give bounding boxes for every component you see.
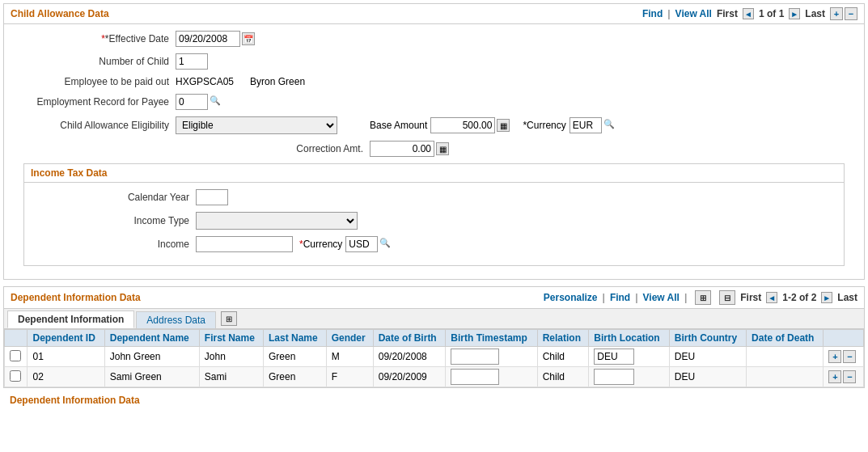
income-currency-label: *Currency — [299, 239, 342, 250]
page-info: 1 of 1 — [759, 8, 784, 19]
income-row: Income *Currency 🔍 — [34, 236, 834, 252]
income-label: Income — [34, 239, 196, 250]
dep-prev-arrow[interactable]: ◄ — [766, 292, 777, 303]
row-checkbox-cell — [5, 367, 28, 387]
base-amount-calc-icon[interactable]: ▦ — [497, 119, 510, 132]
base-amount-group: Base Amount ▦ *Currency 🔍 — [370, 117, 616, 133]
calendar-year-input[interactable] — [196, 189, 228, 205]
employment-lookup-icon[interactable]: 🔍 — [210, 95, 222, 108]
row-birth-location — [589, 347, 669, 367]
col-dob[interactable]: Date of Birth — [373, 330, 446, 347]
number-of-child-label: Number of Child — [14, 56, 176, 67]
income-type-row: Income Type — [34, 212, 834, 230]
next-arrow[interactable]: ► — [789, 8, 800, 19]
custom-columns-icon[interactable]: ⊞ — [221, 311, 237, 326]
base-amount-label: Base Amount — [370, 120, 427, 131]
view-all-link[interactable]: View All — [675, 8, 712, 19]
correction-amt-input[interactable] — [370, 141, 434, 157]
tab-address-data[interactable]: Address Data — [136, 311, 216, 328]
col-birth-timestamp[interactable]: Birth Timestamp — [446, 330, 537, 347]
base-amount-input[interactable] — [430, 117, 495, 133]
dep-next-arrow[interactable]: ► — [821, 292, 832, 303]
income-tax-form: Calendar Year Income Type Income — [24, 183, 844, 265]
currency-label: *Currency — [523, 120, 565, 131]
calendar-icon[interactable]: 📅 — [242, 32, 255, 45]
row-dep-id: 02 — [28, 367, 104, 387]
page-container: Child Allowance Data Find | View All Fir… — [0, 0, 868, 452]
dep-find-link[interactable]: Find — [610, 292, 630, 303]
col-birth-location[interactable]: Birth Location — [589, 330, 669, 347]
child-allowance-header: Child Allowance Data Find | View All Fir… — [4, 4, 864, 24]
number-of-child-row: Number of Child — [14, 53, 854, 70]
row-birth-timestamp — [446, 367, 537, 387]
income-type-select[interactable] — [196, 212, 358, 230]
find-link[interactable]: Find — [642, 8, 663, 19]
eligibility-row: Child Allowance Eligibility Eligible Not… — [14, 116, 854, 134]
number-of-child-input[interactable] — [176, 53, 208, 70]
row-add-button[interactable]: + — [828, 350, 841, 363]
col-gender[interactable]: Gender — [326, 330, 373, 347]
col-dep-id[interactable]: Dependent ID — [28, 330, 104, 347]
row-gender: F — [326, 367, 373, 387]
employee-name: Byron Green — [250, 76, 305, 87]
row-checkbox[interactable] — [10, 370, 21, 382]
add-row-button[interactable]: + — [830, 7, 843, 20]
tab-dependent-information[interactable]: Dependent Information — [7, 310, 134, 328]
child-allowance-section: Child Allowance Data Find | View All Fir… — [3, 3, 865, 280]
row-dob: 09/20/2008 — [373, 347, 446, 367]
correction-calc-icon[interactable]: ▦ — [436, 142, 449, 155]
row-last-name: Green — [263, 367, 326, 387]
tabs-bar: Dependent Information Address Data ⊞ — [4, 309, 864, 329]
row-checkbox[interactable] — [10, 350, 21, 361]
child-allowance-title: Child Allowance Data — [11, 8, 109, 19]
row-first-name: Sami — [199, 367, 263, 387]
currency-input[interactable] — [569, 117, 602, 133]
income-currency-lookup-icon[interactable]: 🔍 — [379, 238, 392, 251]
calendar-year-row: Calendar Year — [34, 189, 834, 205]
row-remove-button[interactable]: − — [843, 370, 856, 383]
dep-last-label: Last — [837, 292, 857, 303]
income-currency-input[interactable] — [345, 236, 378, 252]
dependent-info-title: Dependent Information Data — [11, 292, 141, 303]
eligibility-select[interactable]: Eligible Not Eligible — [176, 116, 337, 134]
row-relation: Child — [537, 347, 589, 367]
row-remove-button[interactable]: − — [843, 350, 856, 363]
row-actions-cell: + − — [824, 347, 864, 367]
prev-arrow[interactable]: ◄ — [743, 8, 754, 19]
col-date-of-death[interactable]: Date of Death — [747, 330, 824, 347]
personalize-link[interactable]: Personalize — [544, 292, 598, 303]
col-first-name[interactable]: First Name — [199, 330, 263, 347]
row-dep-name: Sami Green — [104, 367, 199, 387]
birth-location-input[interactable] — [594, 369, 634, 385]
row-gender: M — [326, 347, 373, 367]
col-dep-name[interactable]: Dependent Name — [104, 330, 199, 347]
row-checkbox-cell — [5, 347, 28, 367]
currency-lookup-icon[interactable]: 🔍 — [603, 119, 616, 132]
employment-record-label: Employment Record for Payee — [14, 96, 176, 108]
birth-timestamp-input[interactable] — [451, 349, 499, 365]
dependent-table-container: Dependent ID Dependent Name First Name L… — [4, 329, 864, 387]
dependent-table: Dependent ID Dependent Name First Name L… — [4, 329, 864, 387]
birth-location-input[interactable] — [594, 349, 634, 365]
col-birth-country[interactable]: Birth Country — [669, 330, 746, 347]
row-dep-id: 01 — [28, 347, 104, 367]
effective-date-input[interactable] — [176, 31, 240, 47]
dep-view-all-link[interactable]: View All — [643, 292, 680, 303]
remove-row-button[interactable]: − — [845, 7, 857, 20]
employee-id: HXGPSCA05 — [176, 76, 234, 87]
nav-sep1: | — [667, 8, 670, 19]
effective-date-row: **Effective Date 📅 — [14, 31, 854, 47]
expand-icon[interactable]: ⊞ — [695, 290, 711, 305]
grid-icon[interactable]: ⊟ — [719, 290, 735, 305]
table-row: 02 Sami Green Sami Green F 09/20/2009 Ch… — [5, 367, 864, 387]
col-last-name[interactable]: Last Name — [263, 330, 326, 347]
row-add-button[interactable]: + — [828, 370, 841, 383]
last-label: Last — [805, 8, 825, 19]
row-dob: 09/20/2009 — [373, 367, 446, 387]
bottom-link[interactable]: Dependent Information Data — [3, 391, 865, 409]
employment-record-input[interactable] — [176, 94, 208, 110]
dependent-nav: Personalize | Find | View All | ⊞ ⊟ Firs… — [544, 290, 857, 305]
birth-timestamp-input[interactable] — [451, 369, 499, 385]
income-input[interactable] — [196, 236, 293, 252]
col-relation[interactable]: Relation — [537, 330, 589, 347]
